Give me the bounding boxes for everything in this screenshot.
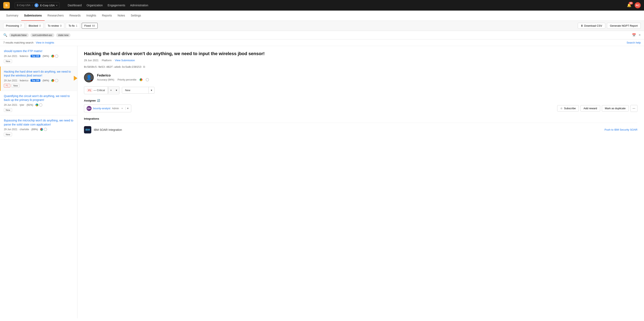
notification-bell[interactable]: 🔔 43 [627, 3, 631, 7]
star-icon: ☆ [560, 107, 563, 110]
nav-link-dashboard[interactable]: Dashboard [68, 4, 82, 7]
nav-link-engagements[interactable]: Engagements [108, 4, 125, 7]
priority-dot-4 [40, 128, 43, 131]
more-options-button[interactable]: ··· [630, 105, 638, 112]
download-csv-button[interactable]: ⬇ Download CSV [578, 23, 605, 29]
filter-actions: ⬇ Download CSV Generate NGPT Report [578, 23, 641, 29]
state-select[interactable]: New ▾ [122, 87, 154, 94]
toggle-4 [44, 128, 47, 131]
refresh-icon[interactable]: 🔄 [97, 99, 100, 102]
submission-title-4[interactable]: Bypassing the microchip won't do anythin… [4, 119, 74, 127]
tab-summary[interactable]: Summary [3, 10, 21, 21]
submission-item-2[interactable]: Hacking the hard drive won't do anything… [0, 66, 77, 91]
search-help-link[interactable]: Search help [627, 41, 641, 44]
submission-meta-4: 29 Jun 2021 · charlotte · (89%) · [4, 128, 74, 131]
tab-rewards[interactable]: Rewards [66, 10, 83, 21]
report-detail-panel: Hacking the hard drive won't do anything… [78, 46, 644, 318]
top100-badge-1: Top 100 [30, 55, 40, 57]
submission-title-2[interactable]: Hacking the hard drive won't do anything… [4, 70, 74, 78]
copy-uuid-button[interactable]: ⧉ [143, 65, 145, 69]
tab-researchers[interactable]: Researchers [45, 10, 66, 21]
filter-to-fix[interactable]: To fix 1 [66, 23, 80, 29]
clear-search-button[interactable]: × [638, 33, 641, 37]
filter-processing[interactable]: Processing 7 [3, 23, 24, 29]
priority-dropdown-button[interactable]: ▾ [114, 87, 119, 93]
assignee-dropdown-button[interactable]: ▾ [125, 107, 128, 110]
submission-item-3[interactable]: Quantifying the circuit won't do anythin… [0, 91, 77, 115]
tag-new-3: New [4, 108, 12, 112]
assignee-chip: BA bounty-analyst Admin × ▾ [84, 105, 131, 112]
submissions-list: should system the FTP matrix! 29 Jun 202… [0, 46, 78, 318]
results-count-text: 7 results matching search [3, 41, 34, 44]
sub-navigation: Summary Submissions Researchers Rewards … [0, 10, 644, 21]
org-path-label: E-Corp USA [17, 4, 30, 7]
org-name-label: E-Corp USA [40, 4, 55, 7]
org-separator: / [32, 4, 33, 7]
app-logo[interactable]: b [3, 2, 10, 8]
search-tag-state[interactable]: state:new [56, 33, 70, 37]
generate-ngpt-button[interactable]: Generate NGPT Report [607, 23, 641, 29]
submission-author-4: charlotte [20, 128, 29, 131]
flag-icon: 🇩🇪 [91, 80, 93, 82]
push-to-ibm-button[interactable]: Push to IBM Security SOAR [604, 128, 638, 131]
filter-fixed[interactable]: Fixed 68 [82, 23, 98, 29]
submission-date-2: 29 Jun 2021 [4, 79, 17, 82]
accuracy-4: (89%) [32, 128, 38, 131]
tab-insights[interactable]: Insights [84, 10, 99, 21]
search-help-link-wrap: Search help [627, 41, 641, 44]
org-selector[interactable]: E-Corp USA / E E-Corp USA ▾ [15, 2, 60, 8]
tab-submissions[interactable]: Submissions [21, 10, 45, 21]
filter-to-review[interactable]: To review 0 [45, 23, 64, 29]
submission-date-3: 29 Jun 2021 [4, 104, 17, 106]
state-dropdown-button[interactable]: ▾ [148, 87, 154, 93]
tab-settings[interactable]: Settings [128, 10, 144, 21]
ibm-integration-name: IBM SOAR Integration [94, 128, 122, 131]
reporter-toggle [146, 78, 149, 81]
tab-notes[interactable]: Notes [115, 10, 128, 21]
submission-item-4[interactable]: Bypassing the microchip won't do anythin… [0, 115, 77, 140]
priority-close-button[interactable]: × [108, 87, 114, 93]
top-navigation: b E-Corp USA / E E-Corp USA ▾ Dashboard … [0, 0, 644, 10]
assignee-remove-button[interactable]: × [122, 107, 123, 110]
submission-title-1[interactable]: should system the FTP matrix! [4, 49, 74, 53]
tab-reports[interactable]: Reports [99, 10, 115, 21]
reporter-avatar: 👤 🇩🇪 [84, 73, 94, 82]
svg-marker-0 [74, 76, 78, 81]
reporter-name: Federico [97, 74, 149, 77]
filter-blocked[interactable]: Blocked 0 [26, 23, 44, 29]
search-tag-duplicate[interactable]: duplicate:false [9, 33, 29, 37]
tags-row-1: New [4, 59, 74, 63]
view-submission-link[interactable]: View Submission [115, 59, 135, 62]
tag-p1-2: P1 [4, 84, 10, 87]
assignee-avatar: BA [86, 106, 92, 111]
submission-meta-3: 29 Jun 2021 · tyler · (91%) · [4, 103, 74, 107]
dot-separator: · [34, 41, 35, 44]
priority-select[interactable]: P1 — Critical × ▾ [84, 86, 120, 94]
chevron-down-icon: ▾ [56, 4, 57, 6]
nav-link-organization[interactable]: Organization [86, 4, 103, 7]
submission-author-1: federico [20, 55, 28, 58]
uuid-text: 0c5b50c5-9e53-482f-a4eb-bc5a8c150153 [84, 65, 142, 68]
main-content: should system the FTP matrix! 29 Jun 202… [0, 46, 644, 318]
mark-duplicate-button[interactable]: Mark as duplicate [602, 105, 629, 112]
priority-select-label: P1 — Critical [84, 87, 108, 94]
top100-badge-2: Top 100 [30, 79, 40, 82]
notification-count: 43 [629, 2, 633, 4]
search-tag-sort[interactable]: sort:submitted-asc [30, 33, 54, 37]
selected-arrow-icon [74, 76, 78, 81]
submission-item-1[interactable]: should system the FTP matrix! 29 Jun 202… [0, 46, 77, 66]
submission-title-3[interactable]: Quantifying the circuit won't do anythin… [4, 94, 74, 102]
calendar-icon[interactable]: 📅 [632, 33, 636, 37]
add-reward-button[interactable]: Add reward [580, 105, 600, 112]
nav-link-administration[interactable]: Administration [130, 4, 148, 7]
state-select-label: New [122, 87, 148, 93]
user-avatar[interactable]: RC [635, 2, 641, 8]
action-buttons: ☆ Subscribe Add reward Mark as duplicate… [557, 105, 638, 112]
assignee-name-link[interactable]: bounty-analyst [93, 107, 110, 110]
p1-badge: P1 [87, 89, 92, 92]
subscribe-button[interactable]: ☆ Subscribe [557, 105, 579, 112]
view-in-insights-link[interactable]: View in Insights [36, 41, 54, 44]
report-date: 29 Jun 2021 [84, 59, 99, 62]
assignee-role: Admin [112, 107, 119, 110]
report-title: Hacking the hard drive won't do anything… [84, 51, 638, 57]
